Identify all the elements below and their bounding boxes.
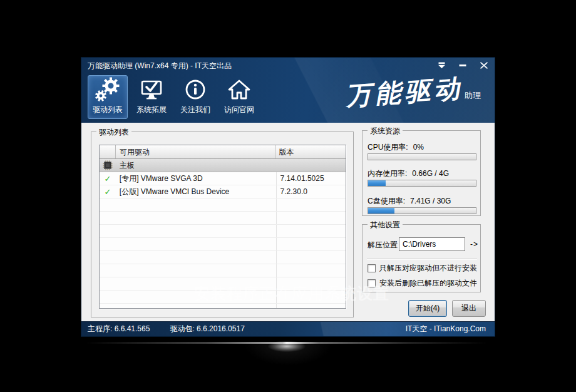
driver-pack-version: 驱动包: 6.6.2016.0517 (170, 324, 244, 334)
desktop-background: 万能驱动助理 (Win7.x64 专用) - IT天空出品 (0, 0, 576, 392)
driver-version: 7.14.01.5025 (275, 174, 346, 183)
disk-usage-fill (368, 208, 394, 214)
memory-usage-label: 内存使用率: (368, 169, 407, 178)
checkbox-extract-only[interactable] (368, 264, 376, 272)
memory-usage-line: 内存使用率:0.66G / 4G (368, 168, 449, 179)
logo-sub-text: 助理 (465, 90, 481, 101)
table-row-empty (100, 264, 346, 277)
table-row-driver[interactable]: ✓ [专用] VMware SVGA 3D 7.14.01.5025 (100, 172, 346, 185)
exit-button[interactable]: 退出 (452, 300, 486, 317)
home-icon (226, 76, 252, 105)
memory-usage-value: 0.66G / 4G (412, 169, 449, 178)
driver-name: [专用] VMware SVGA 3D (116, 173, 275, 184)
check-icon[interactable]: ✓ (100, 187, 116, 197)
toolbar-item-label: 驱动列表 (93, 105, 123, 115)
disk-usage-bar (368, 207, 476, 214)
extract-location-label: 解压位置 (368, 240, 398, 250)
titlebar[interactable]: 万能驱动助理 (Win7.x64 专用) - IT天空出品 (81, 58, 495, 73)
browse-arrow-button[interactable]: -> (470, 240, 478, 249)
category-label: 主板 (116, 160, 276, 171)
extract-path-input[interactable] (399, 237, 465, 251)
statusbar: 主程序: 6.6.41.565 驱动包: 6.6.2016.0517 IT天空 … (81, 321, 495, 336)
checkbox-extract-only-label: 只解压对应驱动但不进行安装 (379, 263, 477, 274)
close-icon[interactable] (480, 61, 488, 69)
toolbar: 驱动列表 系统拓展 (88, 75, 259, 119)
memory-usage-bar (368, 180, 476, 187)
chip-icon (100, 160, 116, 170)
system-resources-label: 系统资源 (368, 126, 403, 137)
setup-glow-dim (244, 344, 332, 366)
titlebar-buttons (437, 61, 488, 69)
disk-usage-line: C盘使用率:7.41G / 30G (368, 196, 451, 207)
driver-table-header: 可用驱动 版本 (100, 145, 346, 159)
table-row-category-motherboard[interactable]: 主板 (100, 159, 346, 172)
table-row-empty (100, 304, 346, 309)
monitor-check-icon (138, 76, 165, 105)
driver-name: [公版] VMware VMCI Bus Device (116, 187, 275, 197)
table-row-empty (100, 225, 346, 238)
gears-icon (94, 76, 121, 105)
table-row-empty (100, 251, 346, 264)
toolbar-item-label: 访问官网 (224, 105, 254, 115)
toolbar-item-driver-list[interactable]: 驱动列表 (88, 75, 128, 119)
check-icon[interactable]: ✓ (100, 174, 116, 183)
cpu-usage-label: CPU使用率: (368, 143, 408, 152)
skin-menu-icon[interactable] (437, 61, 446, 69)
toolbar-item-follow-us[interactable]: 关注我们 (175, 75, 215, 119)
table-row-driver[interactable]: ✓ [公版] VMware VMCI Bus Device 7.2.30.0 (100, 185, 346, 199)
other-settings-label: 其他设置 (368, 220, 403, 230)
toolbar-item-label: 关注我们 (180, 105, 210, 115)
toolbar-item-visit-site[interactable]: 访问官网 (219, 75, 259, 119)
checkbox-row-extract-only[interactable]: 只解压对应驱动但不进行安装 (368, 263, 477, 274)
column-available-drivers[interactable]: 可用驱动 (116, 145, 275, 158)
checkbox-delete-after-label: 安装后删除已解压的驱动文件 (379, 278, 477, 289)
info-circle-icon (183, 76, 208, 105)
column-version[interactable]: 版本 (275, 145, 346, 158)
cpu-usage-line: CPU使用率:0% (368, 142, 424, 153)
driver-version: 7.2.30.0 (275, 187, 346, 196)
start-button[interactable]: 开始(4) (408, 300, 447, 317)
memory-usage-fill (368, 180, 386, 186)
table-row-empty (100, 238, 346, 251)
toolbar-item-label: 系统拓展 (136, 105, 167, 115)
logo-main-text: 万能驱动 (344, 71, 464, 114)
system-resources-group: 系统资源 CPU使用率:0% 内存使用率:0.66G / 4G C盘使用率:7.… (362, 130, 481, 216)
disk-usage-label: C盘使用率: (368, 197, 405, 205)
minimize-icon[interactable] (458, 61, 467, 69)
windows-setup-status-text: 安装程序正在应用系统设置 (194, 283, 389, 304)
disk-usage-value: 7.41G / 30G (410, 197, 451, 205)
cpu-usage-bar (368, 153, 476, 160)
table-row-empty (100, 199, 346, 212)
main-program-version: 主程序: 6.6.41.565 (88, 324, 150, 334)
cpu-usage-value: 0% (413, 143, 424, 152)
window-title: 万能驱动助理 (Win7.x64 专用) - IT天空出品 (88, 61, 232, 71)
driver-list-group-label: 驱动列表 (96, 127, 131, 138)
window-header: 万能驱动助理 (Win7.x64 专用) - IT天空出品 (81, 58, 495, 123)
app-logo: 万能驱动助理 (346, 75, 481, 110)
site-link[interactable]: IT天空 - ITianKong.Com (406, 324, 486, 334)
other-settings-group: 其他设置 解压位置 -> 只解压对应驱动但不进行安装 安装后删除已解压的驱动文件 (362, 224, 481, 292)
settings-divider (367, 259, 477, 259)
toolbar-item-system-expand[interactable]: 系统拓展 (131, 75, 172, 119)
column-select[interactable] (100, 145, 116, 158)
table-row-empty (100, 212, 346, 225)
